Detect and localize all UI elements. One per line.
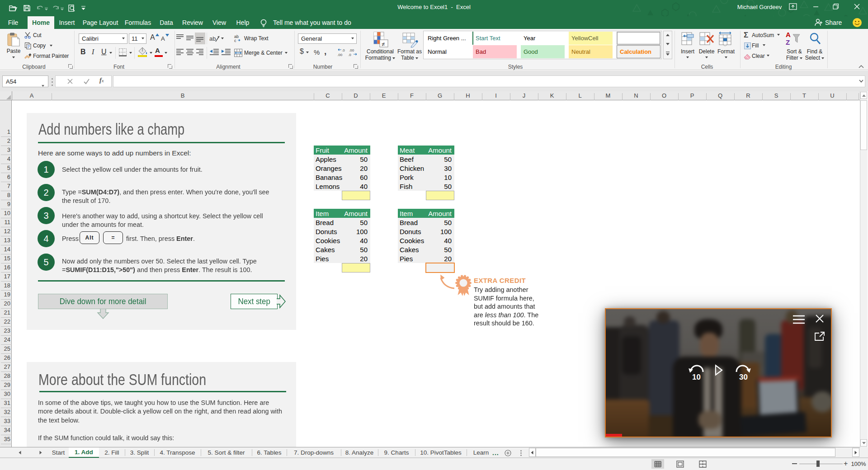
svg-text:A: A <box>786 31 791 38</box>
svg-text:10: 10 <box>692 373 701 381</box>
svg-text:.0: .0 <box>348 53 351 57</box>
svg-text:ab: ab <box>209 35 216 42</box>
svg-text:30: 30 <box>739 373 748 381</box>
svg-text:Z: Z <box>786 38 790 46</box>
svg-text:.00: .00 <box>337 53 343 57</box>
svg-text:c: c <box>234 38 236 42</box>
svg-text:≠: ≠ <box>382 41 385 47</box>
svg-text:.0: .0 <box>342 48 345 52</box>
svg-text:.00: .00 <box>349 48 354 52</box>
